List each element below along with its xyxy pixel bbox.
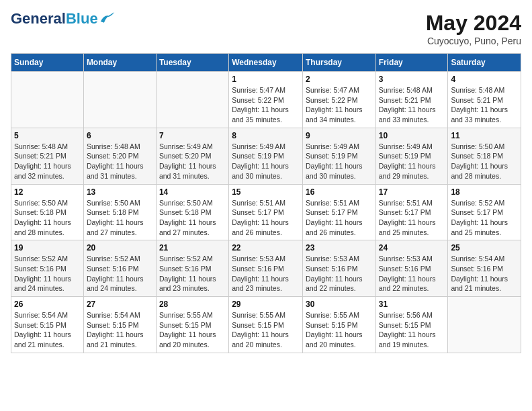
calendar-week-row: 12Sunrise: 5:50 AMSunset: 5:18 PMDayligh…	[11, 184, 521, 240]
day-number: 14	[159, 187, 226, 197]
day-info: Sunrise: 5:52 AMSunset: 5:16 PMDaylight:…	[159, 254, 226, 293]
page-title: May 2024	[426, 11, 521, 36]
day-number: 5	[14, 131, 81, 140]
day-info: Sunrise: 5:55 AMSunset: 5:15 PMDaylight:…	[306, 310, 373, 350]
day-number: 12	[14, 187, 81, 197]
calendar-cell: 16Sunrise: 5:51 AMSunset: 5:17 PMDayligh…	[302, 184, 375, 240]
day-number: 30	[306, 300, 373, 309]
calendar-cell: 4Sunrise: 5:48 AMSunset: 5:21 PMDaylight…	[448, 72, 521, 128]
day-info: Sunrise: 5:51 AMSunset: 5:17 PMDaylight:…	[232, 198, 300, 238]
day-info: Sunrise: 5:49 AMSunset: 5:19 PMDaylight:…	[306, 142, 373, 181]
day-info: Sunrise: 5:54 AMSunset: 5:16 PMDaylight:…	[451, 254, 518, 293]
day-info: Sunrise: 5:50 AMSunset: 5:18 PMDaylight:…	[87, 198, 153, 238]
day-info: Sunrise: 5:50 AMSunset: 5:18 PMDaylight:…	[14, 198, 81, 238]
day-number: 7	[159, 131, 226, 140]
calendar-cell	[11, 72, 84, 128]
day-number: 9	[306, 131, 373, 140]
calendar-cell: 11Sunrise: 5:50 AMSunset: 5:18 PMDayligh…	[448, 128, 521, 184]
day-number: 21	[159, 243, 226, 253]
day-number: 2	[306, 75, 373, 84]
day-number: 29	[232, 300, 300, 309]
day-number: 31	[379, 300, 445, 309]
day-info: Sunrise: 5:52 AMSunset: 5:16 PMDaylight:…	[87, 254, 153, 293]
day-number: 27	[87, 300, 153, 309]
calendar-cell: 29Sunrise: 5:55 AMSunset: 5:15 PMDayligh…	[229, 297, 303, 353]
day-info: Sunrise: 5:48 AMSunset: 5:21 PMDaylight:…	[379, 85, 445, 125]
day-number: 10	[379, 131, 445, 140]
day-number: 17	[379, 187, 445, 197]
page-header: GeneralBlue May 2024 Cuyocuyo, Puno, Per…	[11, 11, 521, 46]
day-info: Sunrise: 5:54 AMSunset: 5:15 PMDaylight:…	[14, 310, 81, 350]
day-number: 19	[14, 243, 81, 253]
day-number: 22	[232, 243, 300, 253]
day-number: 23	[306, 243, 373, 253]
calendar-header-saturday: Saturday	[448, 54, 521, 72]
calendar-week-row: 26Sunrise: 5:54 AMSunset: 5:15 PMDayligh…	[11, 297, 521, 353]
logo: GeneralBlue	[11, 11, 116, 27]
calendar-cell: 21Sunrise: 5:52 AMSunset: 5:16 PMDayligh…	[156, 240, 228, 297]
day-info: Sunrise: 5:56 AMSunset: 5:15 PMDaylight:…	[379, 310, 445, 350]
calendar-cell: 22Sunrise: 5:53 AMSunset: 5:16 PMDayligh…	[229, 240, 303, 297]
day-info: Sunrise: 5:53 AMSunset: 5:16 PMDaylight:…	[232, 254, 300, 293]
calendar-cell: 25Sunrise: 5:54 AMSunset: 5:16 PMDayligh…	[448, 240, 521, 297]
page-subtitle: Cuyocuyo, Puno, Peru	[426, 36, 521, 46]
calendar-header-tuesday: Tuesday	[156, 54, 228, 72]
calendar-cell: 9Sunrise: 5:49 AMSunset: 5:19 PMDaylight…	[302, 128, 375, 184]
calendar-header-sunday: Sunday	[11, 54, 84, 72]
day-info: Sunrise: 5:48 AMSunset: 5:21 PMDaylight:…	[451, 85, 518, 125]
day-info: Sunrise: 5:52 AMSunset: 5:17 PMDaylight:…	[451, 198, 518, 238]
day-info: Sunrise: 5:47 AMSunset: 5:22 PMDaylight:…	[232, 85, 300, 125]
calendar-cell	[156, 72, 228, 128]
day-info: Sunrise: 5:51 AMSunset: 5:17 PMDaylight:…	[379, 198, 445, 238]
day-info: Sunrise: 5:47 AMSunset: 5:22 PMDaylight:…	[306, 85, 373, 125]
day-number: 13	[87, 187, 153, 197]
title-block: May 2024 Cuyocuyo, Puno, Peru	[426, 11, 521, 46]
calendar-cell: 8Sunrise: 5:49 AMSunset: 5:19 PMDaylight…	[229, 128, 303, 184]
day-info: Sunrise: 5:50 AMSunset: 5:18 PMDaylight:…	[451, 142, 518, 181]
calendar-cell: 23Sunrise: 5:53 AMSunset: 5:16 PMDayligh…	[302, 240, 375, 297]
day-info: Sunrise: 5:54 AMSunset: 5:15 PMDaylight:…	[87, 310, 153, 350]
calendar-header-thursday: Thursday	[302, 54, 375, 72]
day-number: 16	[306, 187, 373, 197]
calendar-cell: 13Sunrise: 5:50 AMSunset: 5:18 PMDayligh…	[83, 184, 156, 240]
calendar-cell: 31Sunrise: 5:56 AMSunset: 5:15 PMDayligh…	[375, 297, 448, 353]
day-number: 28	[159, 300, 226, 309]
calendar-week-row: 1Sunrise: 5:47 AMSunset: 5:22 PMDaylight…	[11, 72, 521, 128]
day-number: 8	[232, 131, 300, 140]
day-info: Sunrise: 5:50 AMSunset: 5:18 PMDaylight:…	[159, 198, 226, 238]
calendar-cell	[83, 72, 156, 128]
day-info: Sunrise: 5:51 AMSunset: 5:17 PMDaylight:…	[306, 198, 373, 238]
calendar-cell: 2Sunrise: 5:47 AMSunset: 5:22 PMDaylight…	[302, 72, 375, 128]
day-info: Sunrise: 5:52 AMSunset: 5:16 PMDaylight:…	[14, 254, 81, 293]
calendar-cell: 5Sunrise: 5:48 AMSunset: 5:21 PMDaylight…	[11, 128, 84, 184]
day-info: Sunrise: 5:49 AMSunset: 5:19 PMDaylight:…	[379, 142, 445, 181]
day-number: 25	[451, 243, 518, 253]
calendar-week-row: 19Sunrise: 5:52 AMSunset: 5:16 PMDayligh…	[11, 240, 521, 297]
calendar-cell: 30Sunrise: 5:55 AMSunset: 5:15 PMDayligh…	[302, 297, 375, 353]
day-info: Sunrise: 5:49 AMSunset: 5:20 PMDaylight:…	[159, 142, 226, 181]
calendar-cell: 10Sunrise: 5:49 AMSunset: 5:19 PMDayligh…	[375, 128, 448, 184]
calendar-table: SundayMondayTuesdayWednesdayThursdayFrid…	[11, 53, 521, 353]
logo-text: GeneralBlue	[11, 11, 98, 27]
day-number: 6	[87, 131, 153, 140]
calendar-cell: 20Sunrise: 5:52 AMSunset: 5:16 PMDayligh…	[83, 240, 156, 297]
logo-bird-icon	[99, 11, 116, 24]
day-info: Sunrise: 5:48 AMSunset: 5:20 PMDaylight:…	[87, 142, 153, 181]
calendar-header-monday: Monday	[83, 54, 156, 72]
calendar-cell: 17Sunrise: 5:51 AMSunset: 5:17 PMDayligh…	[375, 184, 448, 240]
calendar-cell	[448, 297, 521, 353]
calendar-header-friday: Friday	[375, 54, 448, 72]
day-number: 11	[451, 131, 518, 140]
calendar-cell: 6Sunrise: 5:48 AMSunset: 5:20 PMDaylight…	[83, 128, 156, 184]
day-number: 3	[379, 75, 445, 84]
day-info: Sunrise: 5:53 AMSunset: 5:16 PMDaylight:…	[379, 254, 445, 293]
day-number: 26	[14, 300, 81, 309]
calendar-cell: 19Sunrise: 5:52 AMSunset: 5:16 PMDayligh…	[11, 240, 84, 297]
calendar-cell: 7Sunrise: 5:49 AMSunset: 5:20 PMDaylight…	[156, 128, 228, 184]
calendar-cell: 14Sunrise: 5:50 AMSunset: 5:18 PMDayligh…	[156, 184, 228, 240]
day-info: Sunrise: 5:55 AMSunset: 5:15 PMDaylight:…	[232, 310, 300, 350]
calendar-cell: 26Sunrise: 5:54 AMSunset: 5:15 PMDayligh…	[11, 297, 84, 353]
calendar-cell: 27Sunrise: 5:54 AMSunset: 5:15 PMDayligh…	[83, 297, 156, 353]
day-number: 24	[379, 243, 445, 253]
calendar-cell: 3Sunrise: 5:48 AMSunset: 5:21 PMDaylight…	[375, 72, 448, 128]
